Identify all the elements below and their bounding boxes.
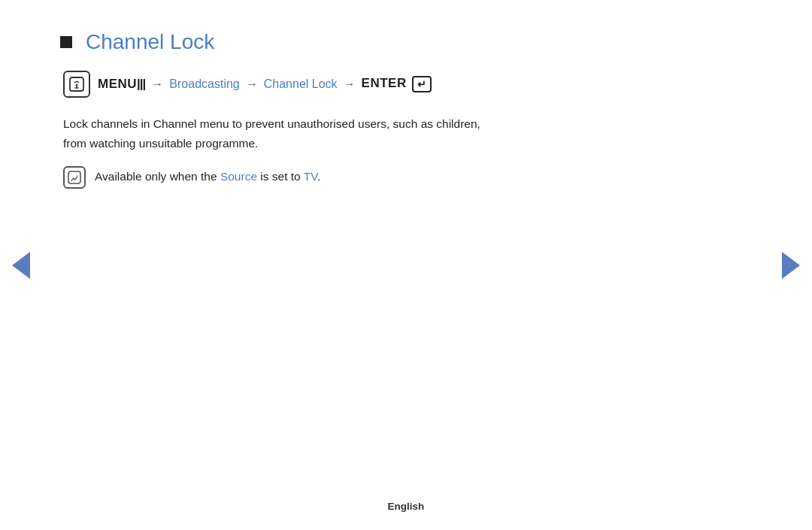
description-line1: Lock channels in Channel menu to prevent… (63, 117, 480, 130)
description-line2: from watching unsuitable programme. (63, 137, 258, 150)
broadcasting-link: Broadcasting (169, 77, 239, 91)
arrow-2: → (246, 77, 258, 91)
menu-path-row: MENU||| → Broadcasting → Channel Lock → … (60, 71, 677, 98)
main-content: Channel Lock MENU||| → Broadcasting → Ch… (0, 0, 737, 219)
arrow-1: → (151, 77, 163, 91)
title-square-icon (60, 36, 72, 48)
nav-left-arrow[interactable] (12, 252, 30, 279)
channel-lock-link: Channel Lock (264, 77, 338, 91)
note-text: Available only when the Source is set to… (95, 168, 320, 186)
description: Lock channels in Channel menu to prevent… (60, 114, 677, 154)
note-text-after: . (317, 170, 320, 183)
menu-icon (63, 71, 90, 98)
note-icon (63, 166, 86, 189)
note-text-between: is set to (257, 170, 304, 183)
note-text-before-source: Available only when the (95, 170, 220, 183)
menu-label: MENU||| (98, 77, 145, 92)
svg-rect-4 (68, 171, 80, 183)
page-title: Channel Lock (86, 30, 214, 54)
nav-right-arrow[interactable] (782, 252, 800, 279)
footer-language: English (388, 501, 425, 512)
svg-point-1 (76, 84, 78, 86)
enter-label: ENTER ↵ (362, 76, 432, 92)
source-link: Source (220, 170, 257, 183)
enter-icon: ↵ (412, 76, 432, 92)
note-row: Available only when the Source is set to… (60, 168, 677, 189)
title-row: Channel Lock (60, 30, 677, 54)
tv-link: TV (304, 170, 317, 183)
menu-suffix: ||| (137, 77, 145, 91)
arrow-3: → (344, 77, 356, 91)
